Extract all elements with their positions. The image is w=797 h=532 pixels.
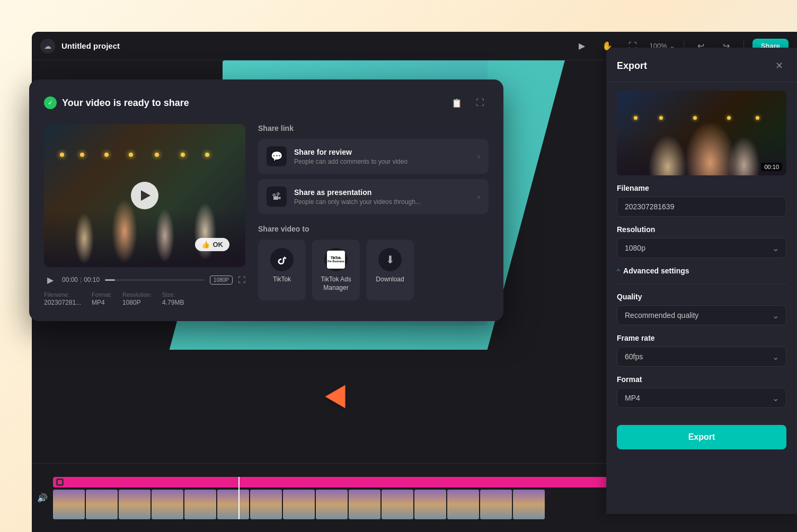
framerate-select-value: 60fps bbox=[625, 352, 643, 361]
export-framerate-field: Frame rate 60fps bbox=[606, 334, 797, 375]
download-share-card[interactable]: ⬇ Download bbox=[366, 240, 414, 300]
fullscreen-btn[interactable]: ⛶ bbox=[238, 276, 245, 284]
timeline-thumb-2 bbox=[86, 490, 118, 519]
like-badge: 👍 OK bbox=[195, 238, 230, 251]
progress-bar[interactable] bbox=[105, 279, 205, 281]
share-review-description: People can add comments to your video bbox=[294, 158, 408, 165]
export-btn-container: Export bbox=[606, 416, 797, 458]
share-review-title: Share for review bbox=[294, 148, 408, 156]
time-display: 00:00 | 00:10 bbox=[62, 276, 100, 283]
export-quality-field: Quality Recommended quality bbox=[606, 292, 797, 334]
quality-badge: 1080P bbox=[210, 276, 233, 285]
svg-point-0 bbox=[275, 253, 289, 267]
play-pause-btn[interactable]: ▶ bbox=[44, 273, 57, 286]
export-close-btn[interactable]: ✕ bbox=[772, 58, 786, 73]
tiktok-ads-share-card[interactable]: TikTok. For Business TikTok AdsManager bbox=[312, 240, 360, 300]
share-link-section-title: Share link bbox=[258, 124, 489, 132]
modal-header-icons: 📋 ⛶ bbox=[448, 94, 489, 111]
share-modal-header: ✓ Your video is ready to share 📋 ⛶ bbox=[44, 94, 489, 111]
timeline-thumb-14 bbox=[480, 490, 512, 519]
thumb-up-icon: 👍 bbox=[201, 241, 210, 249]
timeline-thumb-10 bbox=[349, 490, 380, 519]
feedback-icon-btn[interactable]: 📋 bbox=[448, 94, 465, 111]
export-fairy-light bbox=[727, 116, 731, 120]
fairy-light bbox=[155, 153, 159, 157]
timeline-thumb-12 bbox=[414, 490, 446, 519]
export-fairy-lights bbox=[617, 116, 786, 127]
timeline-bar-icon-inner bbox=[58, 480, 62, 484]
export-panel-header: Export ✕ bbox=[606, 48, 797, 82]
playhead bbox=[238, 477, 240, 519]
tiktok-biz-sub: For Business bbox=[327, 260, 344, 263]
share-presentation-arrow-icon: › bbox=[477, 192, 480, 201]
tiktok-share-card[interactable]: TikTok bbox=[258, 240, 306, 300]
file-info-format: Format: MP4 bbox=[92, 291, 112, 306]
modal-body: 👍 OK ▶ 00:00 | 00:10 1080P ⛶ bbox=[44, 124, 489, 306]
framerate-field-label: Frame rate bbox=[617, 334, 786, 342]
fairy-light bbox=[80, 153, 84, 157]
timeline-bar-icon bbox=[56, 478, 64, 486]
export-button[interactable]: Export bbox=[617, 425, 786, 449]
export-preview-thumbnail: 00:10 bbox=[617, 91, 786, 175]
share-as-presentation-card[interactable]: 📽 Share as presentation People can only … bbox=[258, 179, 489, 214]
volume-btn[interactable]: 🔊 bbox=[32, 464, 53, 532]
ok-label: OK bbox=[213, 241, 224, 249]
timeline-thumb-11 bbox=[382, 490, 413, 519]
fairy-light bbox=[181, 153, 185, 157]
format-label: Format: bbox=[92, 291, 112, 298]
share-presentation-text: Share as presentation People can only wa… bbox=[294, 188, 421, 206]
share-review-icon: 💬 bbox=[267, 146, 287, 166]
fairy-light bbox=[129, 153, 133, 157]
resolution-select[interactable]: 1080p bbox=[617, 238, 786, 258]
total-time: 00:10 bbox=[84, 276, 100, 283]
share-review-text: Share for review People can add comments… bbox=[294, 148, 408, 165]
resolution-value: 1080P bbox=[122, 299, 152, 306]
export-format-field: Format MP4 bbox=[606, 375, 797, 416]
size-value: 4.79MB bbox=[162, 299, 184, 306]
framerate-select-wrapper: 60fps bbox=[617, 347, 786, 367]
play-tool-btn[interactable]: ▶ bbox=[573, 38, 590, 55]
advanced-settings-toggle[interactable]: ^ Advanced settings bbox=[606, 267, 797, 281]
fairy-light bbox=[60, 153, 64, 157]
timeline-thumb-7 bbox=[250, 490, 282, 519]
video-thumbnail: 👍 OK bbox=[44, 124, 245, 267]
format-select[interactable]: MP4 bbox=[617, 388, 786, 408]
file-info-row: Filename: 202307281... Format: MP4 Resol… bbox=[44, 291, 245, 306]
tiktok-ads-icon: TikTok. For Business bbox=[324, 248, 348, 271]
fairy-lights bbox=[44, 153, 245, 169]
expand-icon-btn[interactable]: ⛶ bbox=[472, 94, 489, 111]
current-time: 00:00 bbox=[62, 276, 78, 283]
export-fairy-light bbox=[693, 116, 697, 120]
quality-field-label: Quality bbox=[617, 292, 786, 301]
resolution-field-label: Resolution bbox=[617, 225, 786, 234]
play-button-overlay[interactable] bbox=[131, 182, 158, 209]
framerate-select[interactable]: 60fps bbox=[617, 347, 786, 367]
tiktok-label: TikTok bbox=[273, 276, 291, 284]
modal-title: Your video is ready to share bbox=[62, 97, 189, 109]
file-info-size: Size: 4.79MB bbox=[162, 291, 184, 306]
success-check-icon: ✓ bbox=[44, 96, 57, 109]
fairy-light bbox=[104, 153, 109, 157]
resolution-select-value: 1080p bbox=[625, 244, 645, 252]
share-for-review-card[interactable]: 💬 Share for review People can add commen… bbox=[258, 139, 489, 174]
cloud-icon[interactable]: ☁ bbox=[40, 39, 55, 54]
export-fairy-light bbox=[634, 116, 637, 120]
share-to-grid: TikTok TikTok. For Business TikTok AdsMa… bbox=[258, 240, 489, 300]
format-field-label: Format bbox=[617, 375, 786, 384]
size-label: Size: bbox=[162, 291, 184, 298]
tiktok-icon bbox=[270, 248, 294, 271]
resolution-label: Resolution: bbox=[122, 291, 152, 298]
export-filename-field: Filename bbox=[606, 184, 797, 225]
quality-select[interactable]: Recommended quality bbox=[617, 305, 786, 325]
video-thumbnail-container: 👍 OK ▶ 00:00 | 00:10 1080P ⛶ bbox=[44, 124, 245, 306]
download-icon: ⬇ bbox=[378, 248, 402, 271]
format-select-wrapper: MP4 bbox=[617, 388, 786, 408]
filename-input[interactable] bbox=[617, 197, 786, 217]
advanced-settings-caret-icon: ^ bbox=[617, 267, 620, 275]
timeline-thumb-8 bbox=[283, 490, 315, 519]
quality-select-wrapper: Recommended quality bbox=[617, 305, 786, 325]
export-title: Export bbox=[617, 60, 647, 72]
share-review-arrow-icon: › bbox=[477, 152, 480, 161]
filename-value: 202307281... bbox=[44, 299, 81, 306]
filename-label: Filename: bbox=[44, 291, 81, 298]
